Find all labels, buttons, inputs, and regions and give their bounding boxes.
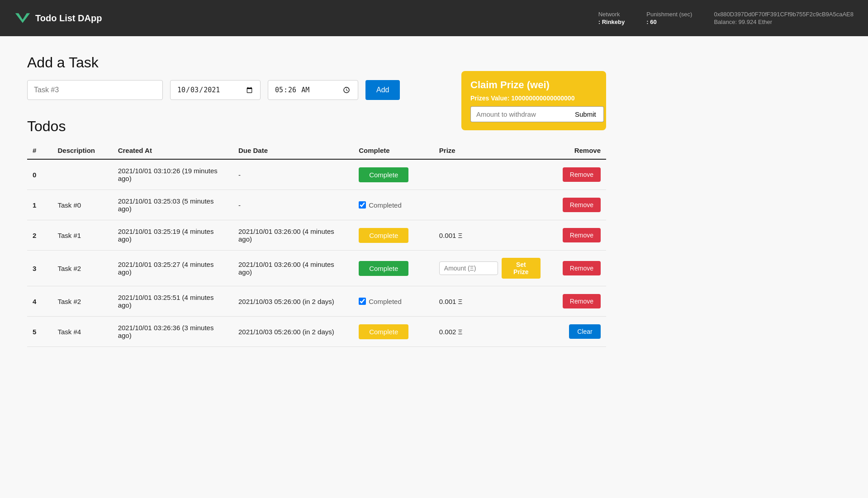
cell-created-at: 2021/10/01 03:25:19 (4 minutes ago) [113,220,233,251]
cell-due-date: 2021/10/03 05:26:00 (in 2 days) [233,317,353,347]
task-time-input[interactable] [268,80,358,100]
col-header-created-at: Created At [113,142,233,159]
cell-created-at: 2021/10/01 03:26:36 (3 minutes ago) [113,317,233,347]
claim-prize-input-row: Submit [470,106,597,122]
complete-button[interactable]: Complete [359,324,408,339]
punishment-info: Punishment (sec) : 60 [646,11,692,25]
cell-id: 0 [27,159,52,190]
complete-button[interactable]: Complete [359,167,408,182]
todos-table-head: # Description Created At Due Date Comple… [27,142,606,159]
clear-button[interactable]: Clear [569,324,601,339]
set-prize-button[interactable]: Set Prize [502,258,541,279]
amount-input[interactable] [439,261,498,275]
col-header-description: Description [52,142,112,159]
cell-id: 3 [27,251,52,286]
remove-button[interactable]: Remove [563,198,601,212]
completed-checkbox[interactable] [359,298,366,305]
cell-due-date: - [233,190,353,220]
logo-icon [14,10,31,26]
cell-description: Task #1 [52,220,112,251]
cell-prize: 0.002 Ξ [434,317,546,347]
cell-created-at: 2021/10/01 03:10:26 (19 minutes ago) [113,159,233,190]
cell-created-at: 2021/10/01 03:25:03 (5 minutes ago) [113,190,233,220]
task-date-input[interactable] [170,80,261,100]
todos-table-body: 02021/10/01 03:10:26 (19 minutes ago)-Co… [27,159,606,347]
cell-remove: Remove [546,159,606,190]
col-header-prize: Prize [434,142,546,159]
cell-prize: 0.001 Ξ [434,286,546,317]
prize-value: 0.001 Ξ [439,232,462,239]
cell-description: Task #2 [52,251,112,286]
add-task-button[interactable]: Add [365,80,400,100]
cell-description [52,159,112,190]
cell-complete: Complete [353,159,434,190]
app-title: Todo List DApp [35,13,102,24]
prize-value: 0.001 Ξ [439,298,462,305]
table-row: 3Task #22021/10/01 03:25:27 (4 minutes a… [27,251,606,286]
cell-description: Task #2 [52,286,112,317]
task-name-input[interactable] [27,80,163,100]
complete-button[interactable]: Complete [359,261,408,276]
table-row: 1Task #02021/10/01 03:25:03 (5 minutes a… [27,190,606,220]
table-row: 02021/10/01 03:10:26 (19 minutes ago)-Co… [27,159,606,190]
completed-label: Completed [359,201,428,209]
todos-header-row: # Description Created At Due Date Comple… [27,142,606,159]
cell-complete: Completed [353,286,434,317]
submit-button[interactable]: Submit [568,106,604,122]
todos-table: # Description Created At Due Date Comple… [27,142,606,347]
cell-id: 1 [27,190,52,220]
complete-button[interactable]: Complete [359,228,408,243]
amount-to-withdraw-input[interactable] [470,106,568,122]
cell-remove: Clear [546,317,606,347]
wallet-address: 0x880D397Dd0F70fF391CFf9b755F2c9cB9A5caA… [714,11,854,18]
cell-remove: Remove [546,190,606,220]
remove-button[interactable]: Remove [563,167,601,182]
cell-complete: Complete [353,317,434,347]
completed-checkbox[interactable] [359,201,366,209]
cell-remove: Remove [546,220,606,251]
prizes-value: 100000000000000000 [511,95,574,102]
network-info: Network : Rinkeby [598,11,625,25]
cell-due-date: - [233,159,353,190]
cell-description: Task #0 [52,190,112,220]
completed-text: Completed [369,201,402,209]
cell-complete: Completed [353,190,434,220]
svg-marker-0 [15,13,30,23]
cell-prize [434,159,546,190]
col-header-remove: Remove [546,142,606,159]
remove-button[interactable]: Remove [563,261,601,275]
col-header-complete: Complete [353,142,434,159]
cell-due-date: 2021/10/01 03:26:00 (4 minutes ago) [233,251,353,286]
col-header-num: # [27,142,52,159]
network-value: : Rinkeby [598,19,625,25]
cell-prize [434,190,546,220]
claim-prize-box: Claim Prize (wei) Prizes Value: 10000000… [461,71,606,130]
claim-prize-title: Claim Prize (wei) [470,79,597,91]
cell-remove: Remove [546,251,606,286]
punishment-value: : 60 [646,19,692,25]
cell-due-date: 2021/10/01 03:26:00 (4 minutes ago) [233,220,353,251]
table-row: 4Task #22021/10/01 03:25:51 (4 minutes a… [27,286,606,317]
network-label: Network [598,11,625,18]
col-header-due-date: Due Date [233,142,353,159]
cell-id: 2 [27,220,52,251]
cell-prize: Set Prize [434,251,546,286]
remove-button[interactable]: Remove [563,294,601,308]
add-task-title: Add a Task [27,54,606,71]
table-row: 2Task #12021/10/01 03:25:19 (4 minutes a… [27,220,606,251]
cell-created-at: 2021/10/01 03:25:51 (4 minutes ago) [113,286,233,317]
main-content: Add a Task Add Claim Prize (wei) Prizes … [0,36,633,365]
cell-created-at: 2021/10/01 03:25:27 (4 minutes ago) [113,251,233,286]
remove-button[interactable]: Remove [563,228,601,242]
completed-text: Completed [369,298,402,305]
prize-input-row: Set Prize [439,258,541,279]
wallet-balance: Balance: 99.924 Ether [714,19,854,25]
cell-id: 5 [27,317,52,347]
claim-prize-value-row: Prizes Value: 100000000000000000 [470,95,597,102]
cell-due-date: 2021/10/03 05:26:00 (in 2 days) [233,286,353,317]
table-row: 5Task #42021/10/01 03:26:36 (3 minutes a… [27,317,606,347]
address-info: 0x880D397Dd0F70fF391CFf9b755F2c9cB9A5caA… [714,11,854,25]
app-logo: Todo List DApp [14,10,598,26]
header-meta: Network : Rinkeby Punishment (sec) : 60 … [598,11,854,25]
completed-label: Completed [359,298,428,305]
